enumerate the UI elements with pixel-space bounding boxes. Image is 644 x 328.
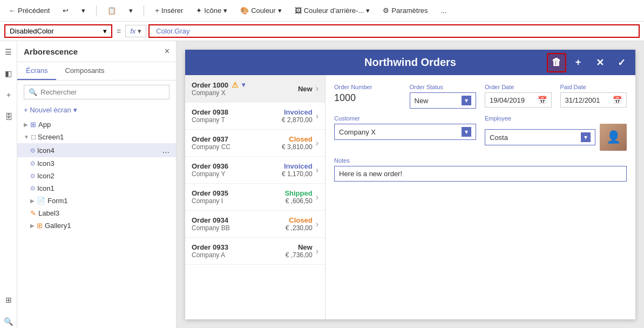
search-icon[interactable]: 🔍: [2, 315, 15, 328]
close-record-button[interactable]: ✕: [590, 53, 609, 72]
search-input[interactable]: [40, 88, 165, 96]
order-id: Order 0935: [192, 189, 228, 197]
tree-item-app[interactable]: ▶ ⊞ App: [17, 118, 176, 131]
back-label: Précédent: [18, 6, 50, 15]
property-selector[interactable]: DisabledColor ▾: [4, 24, 112, 38]
order-item-1000[interactable]: Order 1000 ⚠ ▾ Company X New ›: [185, 75, 325, 103]
app-header-actions: 🗑 + ✕ ✓: [547, 50, 635, 75]
order-id: Order 0933: [192, 243, 228, 251]
star-icon: ✦: [196, 6, 202, 15]
dropdown-arrow-icon-3: ▾: [581, 132, 591, 142]
main-layout: ☰ ◧ ＋ 🗄 ⊞ 🔍 Arborescence × Écrans Compos…: [0, 41, 644, 328]
more-button[interactable]: ...: [436, 4, 451, 17]
icon-node-icon-3: ⊙: [30, 160, 35, 167]
clipboard-button[interactable]: 📋: [103, 4, 120, 17]
order-title: Order 0936: [192, 162, 282, 170]
notes-input[interactable]: [334, 166, 627, 182]
params-button[interactable]: ⚙ Paramètres: [378, 4, 432, 17]
tree-item-icon1[interactable]: ⊙ Icon1: [17, 182, 176, 195]
order-amount: € 3,810,00: [282, 143, 313, 151]
add-button[interactable]: +: [568, 53, 588, 72]
tree-item-icon2[interactable]: ⊙ Icon2: [17, 170, 176, 182]
icon-button[interactable]: ✦ Icône ▾: [192, 4, 232, 17]
chevron-down-icon: ▾: [82, 6, 85, 15]
icon-node-icon-1: ⊙: [30, 185, 35, 192]
chevron-down-icon-2: ▾: [129, 6, 133, 15]
detail-row-3: Notes: [334, 157, 627, 182]
sidebar-close-icon[interactable]: ×: [165, 46, 170, 56]
tree-item-label: Form1: [48, 197, 68, 205]
formula-input[interactable]: Color.Gray: [148, 24, 640, 38]
data-icon[interactable]: 🗄: [2, 110, 15, 123]
order-item-0933[interactable]: Order 0933 Company A New € ,736,00 ›: [185, 238, 325, 265]
new-screen-button[interactable]: + Nouvel écran ▾: [17, 104, 176, 116]
paid-date-input[interactable]: 31/12/2001 📅: [560, 92, 627, 108]
insert-button[interactable]: + Insérer: [151, 4, 187, 17]
order-item-0936[interactable]: Order 0936 Company Y Invoiced € 1,170,00…: [185, 157, 325, 184]
customer-dropdown[interactable]: Company X ▾: [334, 124, 476, 140]
order-amount: € 1,170,00: [282, 170, 313, 178]
employee-label: Employee: [485, 115, 627, 122]
color-button[interactable]: 🎨 Couleur ▾: [236, 4, 286, 17]
undo-dropdown-button[interactable]: ▾: [77, 4, 90, 17]
insert-label: Insérer: [161, 6, 183, 15]
chevron-down-icon-5: ▾: [366, 6, 370, 15]
sidebar-tabs: Écrans Composants: [17, 62, 176, 81]
delete-button[interactable]: 🗑: [547, 53, 566, 72]
tree-item-screen1[interactable]: ▼ □ Screen1: [17, 131, 176, 143]
tree-item-label3[interactable]: ✎ Label3: [17, 207, 176, 219]
tab-screens[interactable]: Écrans: [17, 62, 56, 80]
order-right: Shipped € ,606,50: [284, 189, 312, 205]
tree-item-icon4[interactable]: ⊙ Icon4 ...: [17, 143, 176, 157]
label-icon: ✎: [30, 209, 36, 217]
tab-components[interactable]: Composants: [56, 62, 113, 80]
bg-color-button[interactable]: 🖼 Couleur d'arrière-... ▾: [290, 4, 375, 17]
order-id: Order 0934: [192, 216, 228, 224]
chevron-right-nav-icon: ›: [316, 138, 318, 148]
order-detail: Order Number 1000 Order Status New ▾ Ord…: [326, 75, 635, 319]
order-company: Company T: [192, 116, 282, 124]
sidebar-search: 🔍: [24, 85, 170, 99]
order-status-dropdown[interactable]: New ▾: [410, 92, 477, 109]
order-company: Company BB: [192, 224, 286, 232]
close-icon: ✕: [596, 57, 604, 69]
order-company: Company I: [192, 197, 284, 205]
clipboard-dropdown-button[interactable]: ▾: [125, 4, 137, 17]
detail-row-2: Customer Company X ▾ Employee Costa: [334, 115, 627, 151]
confirm-button[interactable]: ✓: [612, 53, 631, 72]
tree-item-icon3[interactable]: ⊙ Icon3: [17, 157, 176, 170]
screen-icon: □: [31, 133, 36, 141]
order-item-0934[interactable]: Order 0934 Company BB Closed € ,230,00 ›: [185, 211, 325, 238]
search-icon-sidebar: 🔍: [29, 88, 37, 96]
order-item-0935[interactable]: Order 0935 Company I Shipped € ,606,50 ›: [185, 184, 325, 211]
layers-icon[interactable]: ◧: [2, 67, 15, 80]
tree-item-gallery1[interactable]: ▶ ⊞ Gallery1: [17, 219, 176, 232]
sidebar-title: Arborescence: [24, 47, 78, 56]
order-date-label: Order Date: [485, 84, 552, 90]
tree-item-form1[interactable]: ▶ 📄 Form1: [17, 195, 176, 207]
order-info: Order 1000 ⚠ ▾ Company X: [192, 81, 298, 97]
more-options-icon[interactable]: ...: [162, 145, 170, 155]
chevron-right-nav-icon: ›: [316, 246, 318, 256]
tree-item-label: Icon3: [37, 159, 55, 168]
tree-item-label: Label3: [38, 209, 59, 217]
chevron-down-icon-new: ▾: [73, 106, 77, 114]
order-status-value: New: [415, 97, 462, 105]
fx-button[interactable]: fx ▾: [125, 25, 146, 37]
chevron-down-icon-4: ▾: [278, 6, 282, 15]
hamburger-icon[interactable]: ☰: [2, 45, 15, 58]
insert-icon[interactable]: ＋: [2, 89, 15, 102]
order-id: Order 0937: [192, 135, 228, 143]
employee-dropdown[interactable]: Costa ▾: [485, 129, 595, 145]
order-status: Shipped: [284, 189, 312, 197]
undo-icon: ↩: [63, 6, 69, 15]
order-item-0937[interactable]: Order 0937 Company CC Closed € 3,810,00 …: [185, 130, 325, 157]
order-item-0938[interactable]: Order 0938 Company T Invoiced € 2,870,00…: [185, 103, 325, 130]
expand-icon-form: ▶: [30, 198, 35, 204]
order-date-input[interactable]: 19/04/2019 📅: [485, 92, 552, 108]
variables-icon[interactable]: ⊞: [2, 293, 15, 306]
field-employee: Employee Costa ▾ 👤: [485, 115, 627, 151]
order-company: Company Y: [192, 170, 282, 178]
undo-button[interactable]: ↩: [58, 4, 73, 17]
back-button[interactable]: ← Précédent: [4, 4, 54, 17]
